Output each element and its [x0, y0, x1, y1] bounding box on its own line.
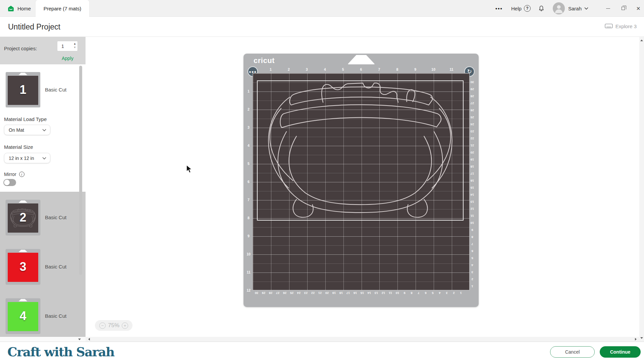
- scroll-left-icon[interactable]: [88, 338, 90, 341]
- mat-thumbnail[interactable]: 3: [6, 249, 40, 284]
- machine-selector[interactable]: Explore 3: [605, 23, 637, 29]
- ruler-top-number: 11: [450, 67, 453, 71]
- mat-number: 2: [8, 210, 38, 225]
- ruler-right-number: 18: [471, 165, 474, 169]
- ruler-right-number: 16: [471, 179, 474, 183]
- user-menu[interactable]: Sarah: [568, 0, 588, 17]
- copies-input-wrap: ▲ ▼: [57, 41, 78, 51]
- ruler-bottom-number: 11: [389, 291, 392, 295]
- ruler-left-number: 8: [248, 216, 250, 220]
- zoom-level: 75%: [108, 322, 119, 329]
- ruler-right-number: 6: [471, 249, 473, 253]
- ruler-bottom-number: 9: [404, 291, 405, 295]
- ruler-right-number: 10: [471, 221, 474, 225]
- mat-thumb-hanger: [19, 73, 28, 75]
- ruler-top-number: 8: [396, 67, 398, 71]
- help-button[interactable]: Help ?: [511, 0, 531, 17]
- ruler-bottom-number: 16: [354, 291, 357, 295]
- ruler-left-number: 6: [248, 180, 250, 184]
- mat-thumb-hanger: [19, 250, 28, 252]
- ruler-top-number: 3: [306, 67, 308, 71]
- ruler-bottom-number: 23: [304, 291, 308, 295]
- page-title: Untitled Project: [8, 22, 60, 32]
- ruler-right-number: 12: [471, 207, 474, 211]
- mat-list-item-3[interactable]: 3Basic Cut: [6, 249, 86, 284]
- ruler-bottom-number: 30: [255, 291, 259, 295]
- project-copies-label: Project copies:: [4, 46, 37, 51]
- ruler-right-number: 19: [471, 158, 474, 162]
- ruler-top-number: 2: [288, 67, 290, 71]
- mat-type-label: Basic Cut: [45, 313, 66, 319]
- zoom-out-button[interactable]: −: [99, 322, 106, 329]
- ruler-bottom-number: 17: [346, 291, 350, 295]
- avatar[interactable]: [553, 2, 565, 14]
- ruler-bottom-number: 3: [446, 291, 447, 295]
- mat-thumb-surface: 1: [8, 76, 38, 105]
- help-label: Help: [511, 6, 522, 11]
- bottom-scroll-strip: [0, 337, 639, 342]
- ruler-top-number: 7: [378, 67, 380, 71]
- mat-number: 4: [8, 309, 38, 323]
- mat-list-item-4[interactable]: 4Basic Cut: [6, 298, 86, 334]
- sidebar-scroll-down-icon[interactable]: [78, 339, 81, 340]
- apply-button[interactable]: Apply: [62, 56, 73, 61]
- ruler-right-number: 27: [471, 102, 474, 105]
- material-load-type-select[interactable]: On Mat: [4, 125, 50, 135]
- copies-step-up-icon[interactable]: ▲: [73, 42, 76, 46]
- mat-thumbnail[interactable]: 4: [6, 298, 40, 334]
- material-load-type-value: On Mat: [9, 127, 42, 133]
- window-close-button[interactable]: ×: [633, 0, 644, 17]
- continue-button[interactable]: Continue: [600, 346, 641, 358]
- mirror-info-icon[interactable]: i: [19, 172, 24, 177]
- project-copies-bar: Project copies: ▲ ▼ Apply: [0, 37, 86, 64]
- mat-hanger-tab: [347, 55, 375, 64]
- mirror-label: Mirror: [4, 172, 16, 177]
- mat-number: 3: [8, 260, 38, 274]
- material-size-select[interactable]: 12 in x 12 in: [4, 153, 50, 163]
- ruler-top-number: 5: [342, 67, 344, 71]
- scroll-down-icon[interactable]: [640, 337, 643, 339]
- sidebar-scrollbar-thumb[interactable]: [79, 66, 82, 275]
- ruler-right-number: 13: [471, 200, 474, 204]
- help-question-icon: ?: [524, 5, 531, 12]
- copies-input[interactable]: [57, 41, 71, 51]
- copies-step-down-icon[interactable]: ▼: [73, 46, 76, 49]
- mat-thumbnail[interactable]: 1: [6, 72, 40, 107]
- canvas-vertical-scrollbar[interactable]: [639, 37, 644, 342]
- cancel-button[interactable]: Cancel: [550, 346, 595, 358]
- canvas-horizontal-scrollbar[interactable]: [86, 337, 639, 342]
- mat-thumbnail[interactable]: 2: [6, 200, 40, 235]
- person-icon: [553, 2, 565, 14]
- scroll-up-icon[interactable]: [640, 40, 643, 41]
- footer-bar: Craft with Sarah Cancel Continue: [0, 342, 644, 362]
- mirror-toggle[interactable]: [3, 179, 16, 186]
- cutting-mat[interactable]: cricut ●●● ↻ 123456789101112345678910111…: [244, 54, 479, 307]
- design-selection-box[interactable]: [257, 80, 464, 221]
- mat-type-label: Basic Cut: [45, 87, 66, 93]
- machine-label: Explore 3: [615, 23, 637, 29]
- ruler-bottom-number: 2: [453, 291, 454, 295]
- ruler-bottom-number: 21: [318, 291, 322, 295]
- cricut-brand-logo: cricut: [254, 56, 275, 65]
- more-options-button[interactable]: •••: [492, 0, 506, 17]
- window-minimize-button[interactable]: [602, 0, 614, 17]
- ruler-right-number: 14: [471, 193, 474, 197]
- mat-thumb-surface: 4: [8, 302, 38, 331]
- window-restore-button[interactable]: [618, 0, 629, 17]
- ruler-right-number: 28: [471, 95, 474, 98]
- ruler-right-number: 25: [471, 116, 474, 119]
- mat-list-item-2[interactable]: 2Basic Cut: [6, 200, 86, 235]
- bell-icon: [538, 5, 545, 12]
- ruler-left-number: 7: [248, 198, 250, 202]
- ruler-top-number: 4: [324, 67, 326, 71]
- scroll-right-icon[interactable]: [635, 338, 637, 341]
- notifications-button[interactable]: [538, 0, 545, 17]
- material-size-label: Material Size: [4, 144, 33, 150]
- ruler-left-number: 1: [248, 89, 250, 93]
- home-tab[interactable]: Home: [7, 0, 31, 17]
- mat-list-item-1[interactable]: 1Basic Cut: [6, 72, 81, 107]
- mat-type-label: Basic Cut: [45, 215, 66, 220]
- ruler-top-number: 9: [414, 67, 416, 71]
- zoom-in-button[interactable]: +: [122, 322, 128, 329]
- tab-prepare[interactable]: Prepare (7 mats): [36, 0, 89, 17]
